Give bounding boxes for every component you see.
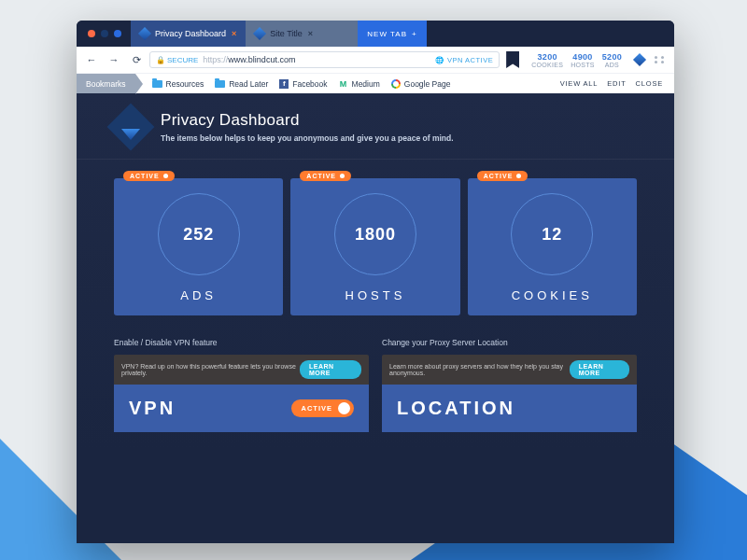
stat-label: ADS [602, 62, 622, 68]
folder-icon [152, 80, 162, 88]
card-label: COOKIES [512, 288, 593, 302]
bookmark-label: Medium [352, 79, 380, 89]
feature-title: LOCATION [397, 398, 515, 419]
stat-value: 3200 [531, 52, 563, 62]
vpn-toggle[interactable]: ACTIVE [291, 399, 354, 417]
learn-more-button[interactable]: LEARN MORE [570, 360, 629, 379]
feature-info-text: Learn more about proxy servers and how t… [389, 363, 570, 376]
tab-strip: Privacy Dashboard × Site Title × NEW TAB… [77, 21, 674, 47]
minimize-window-icon[interactable] [101, 30, 108, 37]
plus-icon: + [412, 30, 417, 38]
bookmarks-label: Bookmarks [77, 74, 135, 93]
vpn-active-badge: 🌐 VPN ACTIVE [435, 56, 493, 64]
card-label: ADS [180, 288, 217, 302]
bookmark-read-later[interactable]: Read Later [215, 79, 268, 89]
feature-info-text: VPN? Read up on how this powerful featur… [121, 363, 300, 376]
bookmark-label: Resources [166, 79, 204, 89]
browser-window: Privacy Dashboard × Site Title × NEW TAB… [77, 21, 674, 543]
new-tab-button[interactable]: NEW TAB + [358, 21, 426, 47]
stat-label: COOKIES [531, 62, 563, 68]
stat-hosts: 4900 HOSTS [571, 52, 595, 68]
stat-ring: 12 [511, 193, 593, 275]
stat-value: 12 [542, 225, 562, 245]
view-all-button[interactable]: VIEW ALL [560, 79, 599, 88]
feature-body: LOCATION [382, 385, 637, 432]
forward-button[interactable]: → [105, 50, 123, 69]
bookmark-google[interactable]: Google Page [391, 79, 451, 89]
globe-icon: 🌐 [435, 56, 444, 64]
feature-title: VPN [129, 398, 176, 419]
feature-info-bar: Learn more about proxy servers and how t… [382, 355, 637, 385]
feature-panels: Enable / Disable VPN feature VPN? Read u… [77, 332, 674, 432]
address-bar: ← → ⟳ 🔒 SECURE https://www.blindcut.com … [77, 47, 674, 73]
vpn-label: VPN ACTIVE [447, 56, 493, 64]
stat-value: 1800 [355, 225, 396, 245]
feature-caption: Change your Proxy Server Location [382, 338, 637, 347]
close-tab-icon[interactable]: × [308, 29, 313, 38]
stat-ring: 252 [158, 193, 240, 275]
learn-more-button[interactable]: LEARN MORE [300, 360, 361, 379]
card-label: HOSTS [345, 288, 406, 302]
url-protocol: https:// [203, 55, 228, 64]
facebook-icon: f [279, 79, 289, 89]
app-diamond-icon [253, 27, 266, 40]
bookmark-label: Facebook [292, 79, 327, 89]
folder-icon [215, 80, 225, 88]
close-tab-icon[interactable]: × [232, 29, 236, 38]
tab-label: Privacy Dashboard [155, 29, 226, 38]
stat-ads: 5200 ADS [602, 52, 622, 68]
stat-cards: ACTIVE 252 ADS ACTIVE 1800 HOSTS ACTIVE … [77, 160, 674, 332]
edit-button[interactable]: EDIT [607, 79, 626, 88]
app-logo-icon [114, 110, 148, 144]
active-badge: ACTIVE [123, 171, 175, 181]
feature-info-bar: VPN? Read up on how this powerful featur… [114, 355, 369, 385]
bookmark-resources[interactable]: Resources [152, 79, 204, 89]
window-controls[interactable] [84, 21, 131, 47]
close-button[interactable]: CLOSE [636, 79, 663, 88]
card-ads[interactable]: ACTIVE 252 ADS [114, 178, 283, 315]
blocker-stats: 3200 COOKIES 4900 HOSTS 5200 ADS [526, 52, 627, 68]
bookmark-icon[interactable] [506, 51, 519, 68]
app-diamond-icon[interactable] [633, 53, 646, 66]
close-window-icon[interactable] [88, 30, 95, 37]
feature-body: VPN ACTIVE [114, 385, 369, 432]
active-badge: ACTIVE [300, 171, 351, 181]
reload-button[interactable]: ⟳ [127, 50, 146, 69]
feature-vpn: Enable / Disable VPN feature VPN? Read u… [114, 338, 369, 432]
secure-badge: 🔒 SECURE [156, 56, 198, 64]
active-badge: ACTIVE [477, 171, 529, 181]
secure-label: SECURE [167, 56, 198, 64]
medium-icon: M [339, 79, 348, 89]
url-domain: www.blindcut.com [228, 55, 295, 64]
new-tab-label: NEW TAB [367, 30, 407, 38]
app-diamond-icon [138, 27, 151, 40]
page-subtitle: The items below helps to keep you anonym… [161, 133, 454, 143]
tab-site-title[interactable]: Site Title × [246, 21, 358, 47]
card-hosts[interactable]: ACTIVE 1800 HOSTS [290, 178, 459, 315]
bookmark-label: Google Page [404, 79, 451, 89]
menu-button[interactable] [652, 53, 669, 66]
tab-privacy-dashboard[interactable]: Privacy Dashboard × [131, 21, 246, 47]
maximize-window-icon[interactable] [114, 30, 121, 37]
bookmark-medium[interactable]: MMedium [339, 79, 380, 89]
stat-value: 4900 [571, 52, 595, 62]
page-content: Privacy Dashboard The items below helps … [77, 93, 674, 451]
bookmarks-bar: Bookmarks Resources Read Later fFacebook… [77, 73, 674, 93]
stat-value: 5200 [602, 52, 622, 62]
bookmark-facebook[interactable]: fFacebook [279, 79, 327, 89]
stat-value: 252 [183, 225, 214, 245]
toggle-label: ACTIVE [301, 404, 332, 413]
feature-location: Change your Proxy Server Location Learn … [382, 338, 637, 432]
page-title: Privacy Dashboard [161, 111, 454, 130]
feature-caption: Enable / Disable VPN feature [114, 338, 369, 347]
url-input[interactable]: 🔒 SECURE https://www.blindcut.com 🌐 VPN … [149, 51, 500, 68]
bookmark-label: Read Later [229, 79, 268, 89]
back-button[interactable]: ← [82, 50, 101, 69]
stat-ring: 1800 [334, 193, 416, 275]
stat-label: HOSTS [571, 62, 595, 68]
stat-cookies: 3200 COOKIES [531, 52, 563, 68]
page-header: Privacy Dashboard The items below helps … [77, 93, 674, 159]
card-cookies[interactable]: ACTIVE 12 COOKIES [468, 178, 637, 315]
google-icon [391, 79, 401, 89]
tab-label: Site Title [270, 29, 303, 38]
